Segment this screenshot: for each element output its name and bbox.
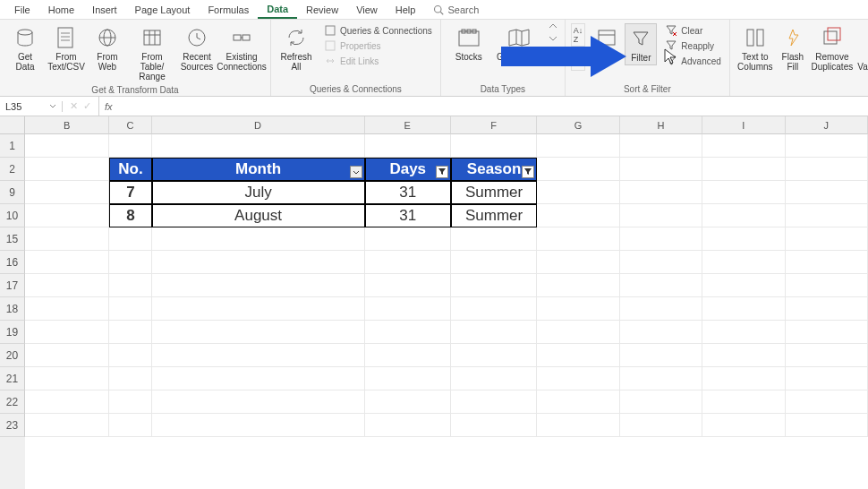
cell[interactable] — [365, 297, 451, 321]
row-header-19[interactable]: 19 — [0, 321, 25, 344]
tab-home[interactable]: Home — [39, 2, 83, 18]
cell[interactable] — [620, 297, 702, 321]
tab-review[interactable]: Review — [297, 2, 347, 18]
cell[interactable] — [451, 367, 537, 390]
tab-file[interactable]: File — [5, 2, 39, 18]
row-header-17[interactable]: 17 — [0, 274, 25, 297]
tab-data[interactable]: Data — [258, 1, 297, 19]
tab-page-layout[interactable]: Page Layout — [126, 2, 200, 18]
cell[interactable] — [702, 158, 785, 181]
cell[interactable] — [365, 414, 451, 437]
cell[interactable] — [109, 367, 151, 390]
cell[interactable] — [786, 204, 868, 227]
col-header-d[interactable]: D — [152, 116, 365, 134]
filter-dropdown-icon[interactable] — [522, 166, 534, 178]
row-header-15[interactable]: 15 — [0, 227, 25, 251]
cell[interactable] — [152, 251, 365, 274]
table-cell[interactable]: 8 — [109, 204, 151, 227]
cell[interactable] — [537, 227, 619, 251]
cells-area[interactable]: No.MonthDaysSeason7July31Summer8August31… — [25, 134, 868, 489]
row-header-1[interactable]: 1 — [0, 134, 25, 158]
cell[interactable] — [537, 181, 619, 204]
stocks-button[interactable]: Stocks — [447, 23, 491, 64]
row-header-16[interactable]: 16 — [0, 251, 25, 274]
cell[interactable] — [702, 204, 785, 227]
table-cell[interactable]: July — [152, 181, 365, 204]
cell[interactable] — [152, 344, 365, 367]
col-header-e[interactable]: E — [365, 116, 451, 134]
from-table-range-button[interactable]: From Table/ Range — [129, 23, 175, 83]
cell[interactable] — [451, 227, 537, 251]
cell[interactable] — [537, 297, 619, 321]
row-header-22[interactable]: 22 — [0, 390, 25, 414]
cell[interactable] — [25, 297, 109, 321]
table-cell[interactable]: 31 — [365, 181, 451, 204]
cell[interactable] — [537, 367, 619, 390]
cell[interactable] — [786, 274, 868, 297]
cell[interactable] — [537, 158, 619, 181]
data-validation-button[interactable]: Data Validation — [855, 23, 868, 73]
cell[interactable] — [702, 367, 785, 390]
cell[interactable] — [537, 204, 619, 227]
col-header-b[interactable]: B — [25, 116, 109, 134]
cell[interactable] — [537, 321, 619, 344]
cell[interactable] — [451, 297, 537, 321]
filter-dropdown-icon[interactable] — [436, 166, 448, 178]
cell[interactable] — [451, 134, 537, 158]
flash-fill-button[interactable]: Flash Fill — [777, 23, 809, 73]
tab-insert[interactable]: Insert — [83, 2, 126, 18]
cell[interactable] — [786, 414, 868, 437]
table-header-season[interactable]: Season — [451, 158, 537, 181]
cell[interactable] — [786, 390, 868, 414]
cell[interactable] — [702, 390, 785, 414]
row-header-2[interactable]: 2 — [0, 158, 25, 181]
name-box[interactable]: L35 — [0, 101, 63, 112]
table-header-month[interactable]: Month — [152, 158, 365, 181]
cell[interactable] — [25, 390, 109, 414]
sort-az-button[interactable]: A↓Z — [571, 23, 586, 47]
filter-button[interactable]: Filter — [625, 23, 657, 65]
remove-duplicates-button[interactable]: Remove Duplicates — [811, 23, 854, 73]
cell[interactable] — [109, 134, 151, 158]
cell[interactable] — [620, 344, 702, 367]
cell[interactable] — [25, 158, 109, 181]
cell[interactable] — [451, 414, 537, 437]
cell[interactable] — [537, 274, 619, 297]
cell[interactable] — [365, 274, 451, 297]
cell[interactable] — [537, 251, 619, 274]
cell[interactable] — [702, 181, 785, 204]
col-header-g[interactable]: G — [537, 116, 619, 134]
table-header-days[interactable]: Days — [365, 158, 451, 181]
table-cell[interactable]: August — [152, 204, 365, 227]
cell[interactable] — [25, 321, 109, 344]
clear-filter-button[interactable]: Clear — [662, 23, 723, 38]
cell[interactable] — [109, 297, 151, 321]
cell[interactable] — [786, 158, 868, 181]
cell[interactable] — [109, 274, 151, 297]
chevron-up-icon[interactable] — [549, 23, 557, 29]
get-data-button[interactable]: Get Data — [5, 23, 45, 73]
tab-formulas[interactable]: Formulas — [199, 2, 258, 18]
cell[interactable] — [451, 321, 537, 344]
fx-label[interactable]: fx — [99, 101, 118, 112]
col-header-i[interactable]: I — [702, 116, 785, 134]
cell[interactable] — [620, 367, 702, 390]
refresh-all-button[interactable]: Refresh All — [277, 23, 316, 73]
cell[interactable] — [25, 134, 109, 158]
row-header-21[interactable]: 21 — [0, 367, 25, 390]
cell[interactable] — [365, 344, 451, 367]
cell[interactable] — [25, 414, 109, 437]
col-header-j[interactable]: J — [786, 116, 868, 134]
cell[interactable] — [537, 390, 619, 414]
filter-dropdown-icon[interactable] — [350, 166, 362, 178]
table-header-no[interactable]: No. — [109, 158, 151, 181]
cell[interactable] — [25, 367, 109, 390]
cell[interactable] — [620, 321, 702, 344]
tab-help[interactable]: Help — [387, 2, 425, 18]
cell[interactable] — [25, 344, 109, 367]
cell[interactable] — [620, 414, 702, 437]
cell[interactable] — [702, 227, 785, 251]
cell[interactable] — [451, 274, 537, 297]
cell[interactable] — [109, 251, 151, 274]
cell[interactable] — [25, 227, 109, 251]
